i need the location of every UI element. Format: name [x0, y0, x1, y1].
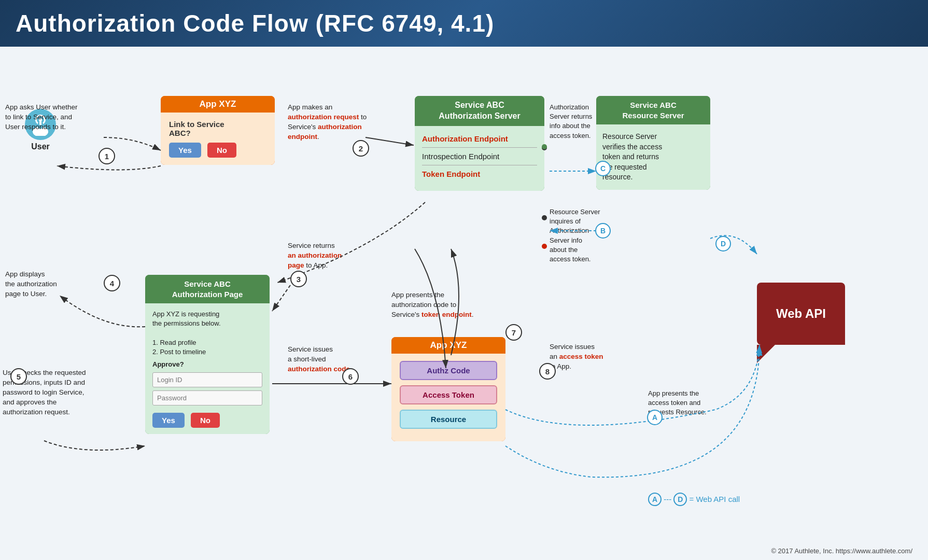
web-api-triangle	[757, 345, 775, 363]
approve-label: Approve?	[152, 360, 262, 369]
authz-code-box: Authz Code	[400, 361, 497, 380]
legend: A --- D = Web API call	[648, 493, 740, 506]
auth-page-btn-row: Yes No	[152, 413, 262, 428]
step-circle-2: 2	[353, 140, 369, 157]
app-xyz-bottom-body: Authz Code Access Token Resource	[391, 354, 505, 441]
auth-page-no-button[interactable]: No	[191, 413, 220, 428]
login-id-input[interactable]	[152, 372, 262, 387]
access-token-box: Access Token	[400, 385, 497, 404]
step-circle-8: 8	[539, 363, 556, 380]
step-circle-7: 7	[505, 324, 522, 341]
auth-page-yes-button[interactable]: Yes	[152, 413, 185, 428]
annotation-app-presents: App presents theaccess token andrequests…	[648, 389, 747, 417]
app-xyz-no-button[interactable]: No	[207, 143, 236, 158]
page-title: Authorization Code Flow (RFC 6749, 4.1)	[16, 9, 912, 37]
web-api-box: Web API	[757, 283, 845, 345]
app-xyz-bottom-box: App XYZ Authz Code Access Token Resource	[391, 337, 505, 441]
letter-circle-d-legend: D	[673, 493, 687, 506]
auth-server-title: Service ABCAuthorization Server	[415, 96, 544, 126]
auth-page-body: App XYZ is requestingthe permissions bel…	[145, 303, 270, 434]
letter-circle-a: A	[647, 410, 663, 425]
app-xyz-top-box: App XYZ Link to ServiceABC? Yes No	[161, 96, 275, 165]
auth-server-body: Authorization Endpoint Introspection End…	[415, 126, 544, 191]
annotation-user-top: App asks User whetherto link to Service,…	[5, 103, 109, 132]
step-circle-6: 6	[342, 368, 359, 385]
copyright: © 2017 Authlete, Inc. https://www.authle…	[771, 547, 912, 555]
auth-page-title: Service ABCAuthorization Page	[145, 275, 270, 303]
user-label: User	[25, 142, 56, 151]
annotation-step3: Service returnsan authorizationpage to A…	[288, 241, 386, 271]
auth-page-permissions: 1. Read profile2. Post to timeline	[152, 338, 262, 357]
app-xyz-bottom-title: App XYZ	[391, 337, 505, 354]
auth-server-box: Service ABCAuthorization Server Authoriz…	[415, 96, 544, 191]
svg-point-9	[542, 215, 547, 220]
app-xyz-top-title: App XYZ	[161, 96, 275, 113]
step-circle-1: 1	[99, 148, 115, 164]
letter-circle-d: D	[715, 236, 731, 251]
auth-page-box: Service ABCAuthorization Page App XYZ is…	[145, 275, 270, 434]
annotation-step2: App makes anauthorization request toServ…	[288, 103, 391, 142]
step-circle-4: 4	[104, 275, 120, 291]
letter-circle-a-legend: A	[648, 493, 662, 506]
password-input[interactable]	[152, 390, 262, 405]
letter-circle-b: B	[595, 223, 611, 239]
annotation-step7: App presents theauthorization code toSer…	[391, 290, 500, 320]
app-xyz-yes-button[interactable]: Yes	[169, 143, 201, 158]
annotation-step8: Service issuesan access tokento App.	[550, 342, 648, 372]
letter-circle-c: C	[595, 161, 611, 176]
svg-point-10	[542, 244, 547, 249]
annotation-step4: App displaysthe authorizationpage to Use…	[5, 270, 99, 299]
token-endpoint-label: Token Endpoint	[422, 170, 537, 178]
web-api-label: Web API	[776, 306, 826, 321]
annotation-step6: Service issuesa short-livedauthorization…	[288, 345, 386, 374]
auth-page-description: App XYZ is requestingthe permissions bel…	[152, 310, 262, 328]
introspection-endpoint-label: Introspection Endpoint	[422, 152, 537, 161]
annotation-auth-server-returns: AuthorizationServer returnsinfo about th…	[550, 103, 643, 141]
step-circle-3: 3	[290, 271, 307, 287]
resource-box: Resource	[400, 410, 497, 429]
step-circle-5: 5	[10, 368, 27, 385]
annotation-resource-server-inquires: Resource Serverinquires ofAuthorizationS…	[550, 207, 643, 264]
header: Authorization Code Flow (RFC 6749, 4.1)	[0, 0, 928, 47]
auth-endpoint-label: Authorization Endpoint	[422, 134, 537, 143]
app-xyz-btn-row: Yes No	[169, 143, 266, 158]
main-content: User App asks User whetherto link to Ser…	[0, 47, 928, 560]
app-xyz-top-body: Link to ServiceABC? Yes No	[161, 113, 275, 165]
app-xyz-dialog-text: Link to ServiceABC?	[169, 120, 266, 137]
